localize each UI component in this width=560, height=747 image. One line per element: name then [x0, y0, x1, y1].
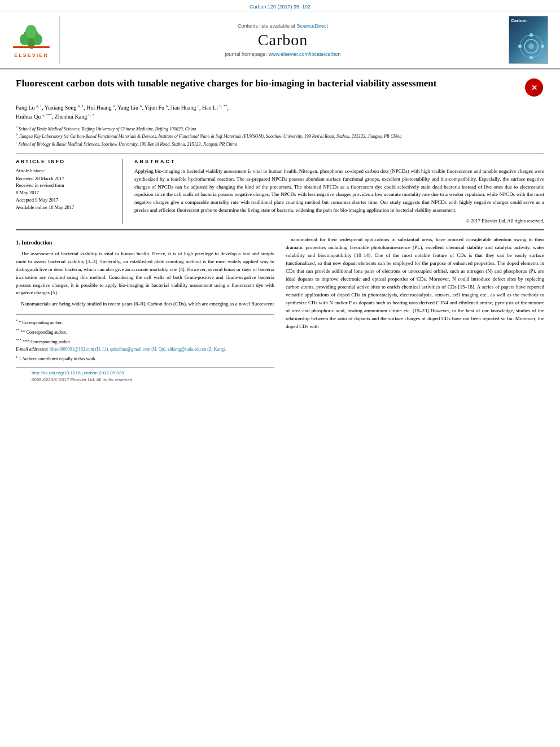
divider-1: [16, 154, 544, 154]
abstract-text: Applying bio-imaging in bacterial viabil…: [134, 168, 544, 215]
intro-para2: Nanomaterials are being widely studied i…: [16, 300, 274, 308]
authors-line: Fang Lu a, 1, Yuxiang Song b, 1, Hui Hua…: [16, 103, 544, 121]
journal-homepage-line: journal homepage: www.elsevier.com/locat…: [225, 51, 340, 57]
journal-center: Contents lists available at ScienceDirec…: [65, 16, 500, 64]
svg-point-11: [518, 45, 522, 48]
journal-top-bar: Carbon 120 (2017) 95–102: [0, 0, 560, 11]
issn-line: 0008-6223/© 2017 Elsevier Ltd. All right…: [32, 377, 259, 383]
footnote-equal: 1 1 Authors contributed equally to this …: [16, 354, 274, 362]
copyright-line: © 2017 Elsevier Ltd. All rights reserved…: [134, 218, 544, 224]
svg-point-4: [25, 25, 37, 38]
footnote-corresponding2: ** ** Corresponding author.: [16, 327, 274, 336]
right-body-col: nanomaterial for their widespread applic…: [286, 236, 544, 386]
intro-section-title: Introduction: [21, 239, 52, 246]
footnote-emails: E-mail addresses: lihao0000001@163.com (…: [16, 346, 274, 353]
footnote-corresponding3: *** *** Corresponding author.: [16, 337, 274, 346]
svg-rect-5: [13, 46, 50, 48]
carbon-cover-title: Carbon: [511, 18, 527, 23]
crossmark-box[interactable]: ✕: [524, 77, 544, 98]
footnotes-area: * * Corresponding author. ** ** Correspo…: [16, 314, 274, 362]
received-revised-date: 8 May 2017: [16, 189, 115, 196]
affiliation-b: Jiangsu Key Laboratory for Carbon-Based …: [19, 134, 401, 139]
affiliation-a: School of Basic Medical Sciences, Beijin…: [19, 126, 196, 131]
history-label: Article history:: [16, 168, 115, 173]
paper-title-area: Fluorescent carbon dots with tunable neg…: [16, 77, 544, 98]
abstract-heading: ABSTRACT: [134, 159, 544, 164]
page: Carbon 120 (2017) 95–102 ELSEVIER Conten…: [0, 0, 560, 747]
available-date: Available online 10 May 2017: [16, 204, 115, 211]
elsevier-logo-box: ELSEVIER: [9, 16, 60, 64]
journal-title: Carbon: [258, 31, 308, 49]
right-para1: nanomaterial for their widespread applic…: [286, 236, 544, 330]
intro-para1: The assessment of bacterial viability is…: [16, 250, 274, 298]
svg-point-12: [541, 45, 544, 48]
svg-point-9: [530, 33, 533, 37]
journal-ref: Carbon 120 (2017) 95–102: [250, 4, 310, 10]
article-info-col: ARTICLE INFO Article history: Received 2…: [16, 159, 123, 224]
intro-heading: 1. Introduction: [16, 238, 274, 247]
carbon-cover-image: Carbon: [509, 16, 548, 64]
left-body-col: 1. Introduction The assessment of bacter…: [16, 236, 274, 386]
affiliations: a School of Basic Medical Sciences, Beij…: [16, 125, 544, 148]
article-body: Fluorescent carbon dots with tunable neg…: [0, 69, 560, 394]
footnote-corresponding1: * * Corresponding author.: [16, 318, 274, 326]
intro-section-number: 1.: [16, 239, 20, 246]
sciencedirect-link[interactable]: ScienceDirect: [297, 23, 329, 29]
divider-2: [16, 229, 544, 230]
carbon-cover-box: Carbon: [506, 16, 551, 64]
crossmark-icon[interactable]: ✕: [525, 78, 543, 97]
page-footer: http://dx.doi.org/10.1016/j.carbon.2017.…: [16, 367, 274, 386]
received-date: Received 28 March 2017: [16, 175, 115, 182]
elsevier-label: ELSEVIER: [14, 53, 49, 58]
journal-homepage-prefix: journal homepage:: [225, 51, 267, 57]
body-columns: 1. Introduction The assessment of bacter…: [16, 236, 544, 386]
received-revised-label: Received in revised form: [16, 182, 115, 189]
sciencedirect-line: Contents lists available at ScienceDirec…: [238, 23, 328, 29]
elsevier-tree-icon: [13, 21, 50, 51]
accepted-date: Accepted 9 May 2017: [16, 196, 115, 204]
svg-point-8: [528, 43, 534, 49]
affiliation-c: School of Biology & Basic Medical Scienc…: [19, 142, 237, 147]
header-area: ELSEVIER Contents lists available at Sci…: [0, 11, 560, 69]
paper-title: Fluorescent carbon dots with tunable neg…: [16, 77, 524, 90]
doi-line: http://dx.doi.org/10.1016/j.carbon.2017.…: [32, 370, 259, 377]
info-abstract-cols: ARTICLE INFO Article history: Received 2…: [16, 159, 544, 224]
article-info-heading: ARTICLE INFO: [16, 159, 115, 164]
carbon-cover-graphic: [515, 30, 546, 62]
abstract-col: ABSTRACT Applying bio-imaging in bacteri…: [134, 159, 544, 224]
sciencedirect-prefix: Contents lists available at: [238, 23, 295, 29]
svg-point-10: [530, 56, 533, 59]
email-label: E-mail addresses:: [16, 347, 49, 352]
doi-link[interactable]: http://dx.doi.org/10.1016/j.carbon.2017.…: [32, 370, 124, 375]
footnote-email-list[interactable]: lihao0000001@163.com (H. Li), quhuihua@g…: [50, 347, 226, 352]
journal-homepage-url[interactable]: www.elsevier.com/locate/carbon: [269, 51, 341, 57]
